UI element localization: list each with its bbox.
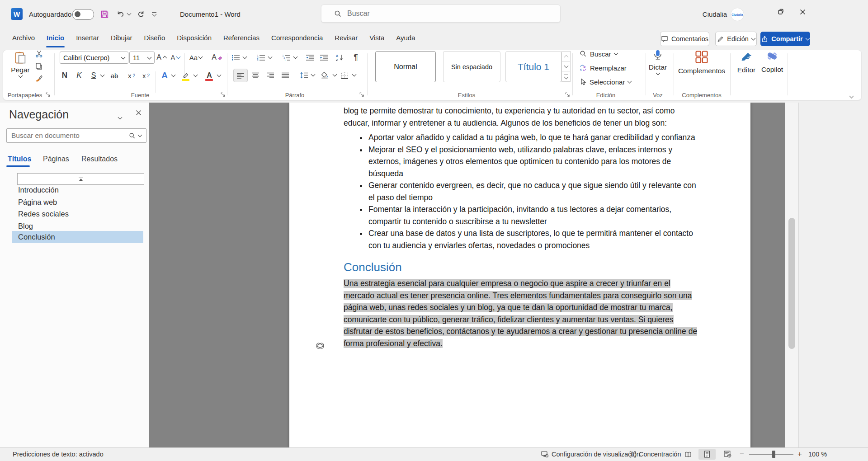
quick-access-more-button[interactable]	[152, 0, 156, 28]
tab-inicio[interactable]: Inicio	[41, 28, 70, 49]
text-predictions-status[interactable]: Predicciones de texto: activado	[13, 448, 104, 461]
shading-button[interactable]	[319, 69, 331, 81]
text-effects-button[interactable]: A	[159, 70, 170, 81]
font-color-button[interactable]: A	[203, 69, 215, 82]
style-sin-espaciado[interactable]: Sin espaciado	[443, 51, 500, 82]
multilevel-list-button[interactable]: 1ai	[280, 52, 292, 63]
collapse-ribbon-button[interactable]	[850, 91, 853, 99]
display-settings-button[interactable]: Configuración de visualización	[541, 448, 640, 461]
clipboard-dialog-launcher[interactable]	[46, 92, 51, 97]
comments-button[interactable]: Comentarios	[660, 32, 709, 46]
copilot-margin-icon[interactable]	[315, 340, 326, 351]
save-button[interactable]	[100, 0, 109, 28]
replace-button[interactable]: bc Reemplazar	[580, 62, 627, 74]
numbering-dropdown[interactable]	[267, 52, 273, 63]
share-button[interactable]: Compartir	[760, 32, 810, 46]
navpane-close-button[interactable]	[136, 110, 142, 116]
restore-button[interactable]	[770, 0, 791, 24]
font-color-dropdown[interactable]	[216, 70, 222, 81]
show-paragraph-marks-button[interactable]: ¶	[350, 52, 362, 63]
justify-button[interactable]	[278, 69, 292, 81]
read-mode-button[interactable]	[679, 449, 697, 460]
autosave-toggle[interactable]	[72, 9, 94, 20]
redo-button[interactable]	[137, 0, 146, 28]
sort-button[interactable]: AZ	[333, 52, 346, 63]
copy-button[interactable]	[33, 61, 44, 71]
zoom-level[interactable]: 100 %	[808, 448, 827, 461]
numbering-button[interactable]: 123	[255, 52, 267, 63]
styles-scroll-down-button[interactable]	[561, 61, 571, 72]
editing-mode-button[interactable]: Edición	[715, 32, 757, 46]
search-bar[interactable]	[321, 5, 561, 23]
select-button[interactable]: Seleccionar	[580, 76, 631, 88]
paste-button[interactable]: Pegar	[10, 51, 31, 77]
font-name-combo[interactable]: Calibri (Cuerpo)	[60, 52, 128, 64]
navpane-heading-pagina-web[interactable]: Página web	[0, 196, 149, 208]
styles-dialog-launcher[interactable]	[565, 92, 570, 97]
zoom-slider-track[interactable]	[749, 454, 793, 455]
navpane-tab-paginas[interactable]: Páginas	[43, 155, 69, 163]
superscript-button[interactable]: x2	[140, 70, 152, 81]
find-button[interactable]: Buscar	[580, 48, 618, 60]
zoom-slider-handle[interactable]	[772, 451, 775, 458]
scrollbar-thumb[interactable]	[788, 218, 795, 349]
search-options-chevron[interactable]	[138, 133, 142, 137]
italic-button[interactable]: K	[74, 70, 85, 81]
avatar[interactable]: Ciudalia	[731, 8, 744, 21]
navpane-search-input[interactable]	[7, 132, 129, 140]
copilot-button[interactable]: Copilot	[760, 49, 785, 74]
line-spacing-dropdown[interactable]	[310, 69, 316, 81]
styles-scroll-up-button[interactable]	[561, 51, 571, 62]
navpane-blank-heading[interactable]	[17, 173, 144, 185]
underline-dropdown[interactable]	[99, 70, 105, 81]
shrink-font-button[interactable]: A	[170, 52, 181, 63]
borders-button[interactable]	[338, 69, 351, 81]
focus-mode-button[interactable]: Concentración	[629, 448, 681, 461]
decrease-indent-button[interactable]	[304, 52, 316, 63]
navpane-search-box[interactable]	[6, 128, 146, 143]
search-input[interactable]	[346, 9, 520, 18]
navpane-heading-blog[interactable]: Blog	[0, 220, 149, 232]
navpane-heading-conclusion[interactable]: Conclusión	[0, 231, 149, 243]
align-right-button[interactable]	[264, 69, 277, 81]
document-scrollbar[interactable]	[785, 103, 799, 448]
navpane-heading-redes-sociales[interactable]: Redes sociales	[0, 208, 149, 220]
print-layout-button[interactable]	[698, 449, 716, 460]
clear-formatting-button[interactable]: A	[211, 52, 223, 63]
tab-correspondencia[interactable]: Correspondencia	[265, 28, 329, 49]
dictate-button[interactable]: Dictar	[646, 49, 669, 75]
addins-button[interactable]: Complementos	[679, 50, 724, 75]
increase-indent-button[interactable]	[318, 52, 330, 63]
bold-button[interactable]: N	[59, 70, 70, 81]
undo-dropdown-chevron[interactable]	[127, 0, 131, 28]
subscript-button[interactable]: x2	[126, 70, 137, 81]
tab-vista[interactable]: Vista	[363, 28, 390, 49]
document-page[interactable]: blog te permite demostrar tu conocimient…	[289, 103, 750, 448]
close-button[interactable]	[792, 0, 813, 24]
cut-button[interactable]	[33, 48, 44, 59]
tab-revisar[interactable]: Revisar	[329, 28, 363, 49]
tab-dibujar[interactable]: Dibujar	[105, 28, 138, 49]
navpane-tab-resultados[interactable]: Resultados	[81, 155, 118, 163]
undo-button[interactable]	[116, 0, 125, 28]
line-spacing-button[interactable]	[297, 69, 310, 81]
highlight-dropdown[interactable]	[193, 70, 198, 81]
align-center-button[interactable]	[249, 69, 262, 81]
multilevel-dropdown[interactable]	[292, 52, 298, 63]
styles-more-button[interactable]	[561, 71, 571, 82]
minimize-button[interactable]	[749, 0, 769, 24]
tab-diseno[interactable]: Diseño	[138, 28, 171, 49]
tab-insertar[interactable]: Insertar	[70, 28, 105, 49]
tab-ayuda[interactable]: Ayuda	[390, 28, 421, 49]
web-layout-button[interactable]	[719, 449, 736, 460]
tab-archivo[interactable]: Archivo	[6, 28, 41, 49]
zoom-out-button[interactable]: −	[740, 448, 744, 461]
paragraph-dialog-launcher[interactable]	[359, 92, 364, 97]
highlight-button[interactable]	[180, 69, 192, 82]
navpane-heading-introduccion[interactable]: Introducción	[0, 184, 149, 196]
style-titulo-1[interactable]: Título 1	[505, 51, 561, 82]
style-normal[interactable]: Normal	[375, 51, 436, 82]
bullets-dropdown[interactable]	[242, 52, 248, 63]
zoom-in-button[interactable]: +	[797, 448, 802, 461]
align-left-button[interactable]	[233, 69, 248, 82]
